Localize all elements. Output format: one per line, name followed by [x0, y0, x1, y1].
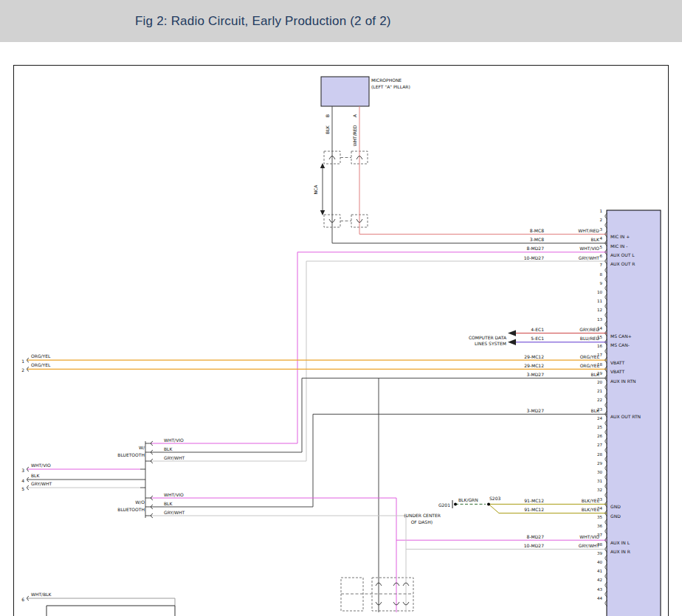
microphone-label: (LEFT "A" PILLAR) [371, 84, 410, 89]
stub-index-label: 4 [21, 478, 24, 483]
wire-color-label: GRY/WHT [579, 543, 600, 548]
bluetooth-group-label: BLUETOOTH [117, 507, 145, 512]
pin-function-label: AUX OUT RTN [610, 414, 641, 419]
wiring-diagram-panel: MICROPHONE(LEFT "A" PILLAR)BABLKWHT/REDN… [0, 0, 682, 616]
circuit-label: 3-MD27 [527, 372, 545, 377]
wire-color-label: WHT/RED [352, 125, 357, 146]
pin-number: 40 [597, 560, 602, 564]
arrowhead-left [508, 330, 516, 336]
pin-function-label: AUX IN L [610, 540, 630, 545]
wire-color-label: BLK [325, 125, 330, 134]
stub-index-label: 1 [21, 359, 24, 364]
circuit-label: 5-EC1 [531, 336, 544, 341]
circuit-label: 4-EC1 [531, 327, 544, 332]
pin-number: 8 [600, 272, 603, 277]
pin-function-label: GND [610, 504, 621, 509]
circuit-label: 10-MD27 [524, 255, 544, 260]
wire-stub-6 [27, 598, 175, 606]
circuit-label: 10-MD27 [524, 543, 544, 548]
pin-number: 10 [597, 290, 602, 294]
pin-number: 29 [597, 461, 602, 466]
pin-function-label: AUX IN RTN [610, 378, 636, 384]
bluetooth-group-label: W/O [135, 499, 145, 505]
circuit-label: 8-MC8 [530, 228, 544, 233]
wire-color-label: BLU/RED [580, 336, 600, 341]
wire-color-label: GRY/WHT [579, 255, 600, 260]
pin-number: 16 [597, 344, 602, 348]
pin-number: 22 [597, 398, 602, 402]
ground-g201-label: OF DASH) [411, 519, 433, 525]
ground-g201-label: G201 [438, 502, 450, 508]
pin-function-label: MS CAN+ [610, 333, 632, 339]
pin-function-label: AUX OUT L [610, 252, 635, 257]
wire-color-label: BLK/YEL [582, 507, 600, 512]
wire-mic-whtred [359, 106, 607, 234]
wire-color-label: ORG/YEL [31, 362, 51, 367]
pin-number: 21 [597, 389, 602, 393]
circuit-label: 29-MC12 [524, 354, 544, 359]
circuit-label: 8-MD27 [527, 534, 545, 539]
wire-color-label: BLK [591, 408, 600, 413]
stub-index-label: 3 [21, 468, 24, 473]
wire-color-label: WHT/VIO [164, 492, 184, 497]
pin-number: 32 [597, 488, 602, 492]
pin-number: 27 [597, 443, 602, 447]
wire-color-label: GRY/WHT [31, 481, 52, 486]
wire-auxin-r [151, 516, 406, 612]
pin-number: 28 [597, 452, 602, 457]
splice-s203-label: S203 [489, 496, 500, 501]
wire-color-label: BLK [164, 501, 173, 506]
wire-color-label: BLK [591, 372, 600, 377]
pin-number: 30 [597, 470, 602, 474]
pin-number: 39 [597, 551, 602, 556]
pin-function-label: AUX IN R [610, 549, 630, 554]
stub-index-label: 6 [21, 597, 24, 602]
microphone-box [321, 77, 369, 106]
computer-data-lines-label: COMPUTER DATA [469, 335, 507, 340]
circuit-label: 3-MC8 [530, 237, 544, 242]
wire-color-label: ORG/YEL [580, 363, 600, 368]
pin-number: 4 [600, 236, 603, 240]
wire-color-label: GRY/WHT [164, 455, 185, 460]
wire-color-label: GRY/WHT [164, 510, 185, 515]
wire-color-label: ORG/YEL [31, 353, 51, 359]
pin-number: 35 [597, 515, 602, 519]
circuit-label: 91-MC12 [524, 498, 544, 503]
wire-color-label: WHT/RED [578, 228, 599, 233]
bluetooth-group-label: W/ [139, 445, 145, 450]
wire-color-label: WHT/VIO [31, 463, 51, 468]
wire-color-label: BLK/GRN [458, 497, 478, 502]
pin-number: 7 [600, 263, 603, 267]
pin-function-label: MIC IN - [610, 243, 627, 249]
circuit-label: 91-MC12 [524, 507, 544, 512]
pin-number: 1 [600, 209, 603, 213]
pin-function-label: VBATT [610, 369, 624, 374]
pin-number: 24 [597, 416, 602, 421]
pin-function-label: VBATT [610, 360, 624, 365]
pin-number: 5 [600, 245, 603, 249]
pin-function-label: AUX OUT R [610, 261, 635, 266]
circuit-label: 3-MD27 [527, 408, 545, 413]
pin-number: 36 [597, 524, 602, 528]
pin-number: 43 [597, 587, 602, 592]
computer-data-lines-label: LINES SYSTEM [475, 341, 506, 346]
stub-index-label: 2 [21, 367, 24, 373]
stub-index-label: 5 [21, 486, 24, 491]
wire-color-label: GRY/RED [579, 327, 599, 332]
arrowhead-left [508, 339, 516, 345]
pin-number: 26 [597, 434, 602, 438]
wire-color-label: BLK [591, 237, 600, 242]
ground-g201-label: (UNDER CENTER [404, 513, 441, 518]
pin-number: 11 [597, 299, 602, 303]
wire-color-label: WHT/VIO [579, 534, 599, 539]
pin-number: 13 [597, 317, 602, 322]
wire-color-label: BLK [31, 473, 40, 478]
diagram-border [14, 66, 669, 616]
radio-connector-block [607, 210, 661, 616]
wiring-diagram-svg: MICROPHONE(LEFT "A" PILLAR)BABLKWHT/REDN… [0, 0, 682, 616]
wire-color-label: ORG/YEL [580, 354, 600, 359]
wire-color-label: WHT/VIO [579, 246, 599, 251]
wire-color-label: BLK [164, 446, 173, 451]
pin-number: 20 [597, 380, 602, 384]
circuit-label: 8-MD27 [527, 246, 545, 251]
